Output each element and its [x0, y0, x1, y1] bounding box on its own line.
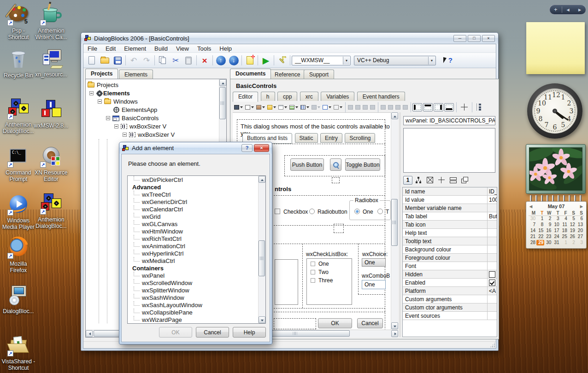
element-list-item[interactable]: wxCalendarCtrl [128, 205, 265, 213]
tab-reference[interactable]: Reference [269, 70, 306, 79]
property-row[interactable]: Platform <A [403, 287, 497, 295]
element-list-item[interactable]: wxSashWindow [128, 294, 265, 301]
checkbox-icon[interactable] [311, 278, 315, 283]
element-list-item[interactable]: wxRichTextCtrl [128, 235, 265, 242]
border-right-toggle[interactable] [434, 103, 443, 111]
element-list-item[interactable]: wxWizardPage [128, 316, 265, 323]
add-window-tool-icon[interactable] [244, 103, 255, 111]
dialog-titlebar[interactable]: Add an element ? × [119, 142, 272, 154]
property-row[interactable]: Enabled [403, 279, 497, 287]
design-checkbox[interactable] [275, 209, 280, 214]
scroll-up-button[interactable] [391, 112, 398, 119]
panel-splitter[interactable] [399, 112, 401, 337]
design-push-button[interactable]: Push Button [290, 158, 324, 171]
tab-projects[interactable]: Projects [85, 69, 118, 79]
tab-editor[interactable]: Editor [233, 92, 258, 102]
calendar-day[interactable]: 3 [552, 216, 560, 221]
scroll-thumb[interactable] [259, 240, 265, 276]
menu-item[interactable]: Help [215, 45, 236, 52]
property-row[interactable]: Tab label But [403, 212, 497, 221]
scroll-thumb[interactable] [219, 87, 226, 119]
resize-grip[interactable] [490, 342, 495, 348]
element-list-item[interactable]: wxGrid [128, 213, 265, 220]
tree-item-projects[interactable]: Projects [88, 81, 118, 89]
move-element-icon[interactable] [438, 177, 445, 183]
chevron-down-icon[interactable]: ▾ [343, 57, 350, 64]
checklist-item[interactable]: Two [311, 268, 352, 275]
calendar-day[interactable]: 5 [568, 216, 576, 221]
design-choice[interactable]: One [362, 258, 386, 267]
layers-view-icon[interactable] [461, 177, 468, 183]
new-project-button[interactable] [85, 54, 98, 66]
menu-item[interactable]: Build [150, 45, 172, 52]
align-grid-icon[interactable] [369, 103, 376, 111]
save-button[interactable] [111, 54, 124, 66]
collapse-icon[interactable] [123, 133, 127, 137]
data-tool-icon[interactable] [322, 103, 332, 111]
tree-item-wxboxsizer-1[interactable]: wxBoxSizer V [114, 122, 166, 130]
calendar-day[interactable]: 27 [576, 234, 584, 239]
calendar-day[interactable]: 13 [576, 222, 584, 227]
window-titlebar[interactable]: DialogBlocks 2006 - [BasicControls] ─ □ … [81, 33, 498, 44]
design-listbox[interactable] [275, 259, 298, 305]
element-list-item[interactable]: wxSashLayoutWindow [128, 301, 265, 309]
menu-item[interactable]: Element [120, 45, 150, 52]
design-checklistbox[interactable]: OneTwoThree [306, 258, 352, 305]
border-top-toggle[interactable] [423, 103, 433, 111]
calendar-gadget[interactable]: ◀ May 07 ▶ MTWTFSS 301234567891011121314… [526, 195, 587, 249]
calendar-day[interactable]: 2 [544, 216, 552, 221]
delete-property-icon[interactable] [427, 177, 433, 183]
calendar-day[interactable]: 15 [536, 228, 544, 233]
element-list-item[interactable]: wxHyperlinkCtrl [128, 250, 265, 257]
design-tab-scrolling[interactable]: Scrolling [345, 133, 375, 143]
align-bottom-icon[interactable] [394, 103, 401, 111]
element-list-item[interactable]: wxMediaCtrl [128, 257, 265, 264]
configuration-combo[interactable]: __WXMSW__ ▾ [292, 56, 351, 65]
design-toggle-button[interactable]: Toggle Button [345, 158, 380, 171]
calendar-day[interactable]: 31 [552, 240, 560, 245]
scroll-up-button[interactable] [259, 176, 265, 183]
element-list-item[interactable]: wxGenericDirCtrl [128, 198, 265, 205]
calendar-day[interactable]: 3 [576, 240, 584, 245]
calendar-day[interactable]: 20 [576, 228, 584, 233]
tab-xrc[interactable]: xrc [300, 92, 318, 101]
align-top-icon[interactable] [380, 103, 387, 111]
calendar-day[interactable]: 1 [536, 216, 544, 221]
design-combobox[interactable]: One [362, 280, 386, 289]
calendar-day[interactable]: 22 [536, 234, 544, 239]
hierarchy-tool-icon[interactable] [476, 104, 482, 111]
calendar-day[interactable]: 29 [536, 240, 544, 245]
redo-button[interactable]: ↷ [140, 54, 153, 66]
element-list-item[interactable]: Advanced [128, 183, 265, 191]
checkbox-icon[interactable] [311, 270, 315, 274]
tab-event-handlers[interactable]: Event handlers [357, 92, 405, 101]
calendar-day[interactable]: 24 [552, 234, 560, 239]
align-middle-icon[interactable] [387, 103, 394, 111]
add-gadget-button[interactable]: + [550, 5, 562, 14]
copy-button[interactable] [156, 54, 169, 66]
property-row[interactable]: Font [403, 262, 497, 270]
tab-support[interactable]: Support [304, 70, 334, 79]
calendar-day[interactable]: 2 [568, 240, 576, 245]
property-row[interactable]: Help text [403, 229, 497, 237]
property-row[interactable]: Background colour [403, 245, 497, 254]
tab-documents[interactable]: Documents [230, 69, 271, 79]
element-list-item[interactable]: wxHtmlWindow [128, 227, 265, 235]
add-panel-tool-icon[interactable] [277, 103, 288, 111]
calendar-day[interactable]: 30 [544, 240, 552, 245]
calendar-day[interactable]: 16 [544, 228, 552, 233]
calendar-day[interactable]: 30 [529, 216, 536, 221]
context-help-button[interactable]: ? [441, 54, 454, 66]
align-center-icon[interactable] [354, 103, 361, 111]
show-hierarchy-icon[interactable] [415, 177, 422, 183]
move-down-button[interactable]: ↓ [227, 54, 240, 66]
property-row[interactable]: Tab icon [403, 221, 497, 229]
calendar-next-button[interactable]: ▶ [580, 204, 583, 209]
sticky-note-gadget[interactable] [526, 22, 585, 74]
element-list-item[interactable]: wxCollapsiblePane [128, 309, 265, 316]
element-list-item[interactable]: wxGLCanvas [128, 220, 265, 227]
close-button[interactable]: × [482, 35, 495, 42]
property-row[interactable]: Id name ID_ [403, 187, 497, 196]
calendar-day[interactable]: 19 [568, 228, 576, 233]
border-bottom-toggle[interactable] [444, 103, 454, 111]
